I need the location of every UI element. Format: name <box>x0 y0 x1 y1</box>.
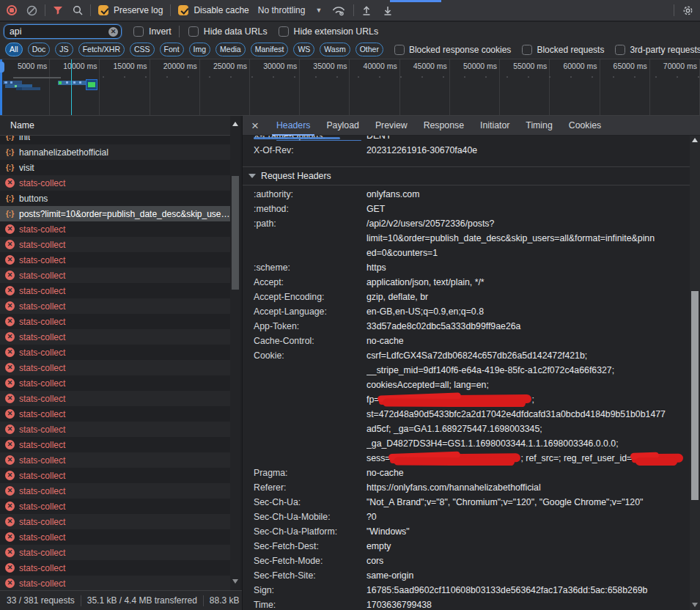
import-har-icon[interactable] <box>361 5 372 16</box>
disclosure-triangle-icon[interactable] <box>248 174 256 178</box>
clear-filter-icon[interactable]: ✕ <box>108 27 118 37</box>
request-row[interactable]: {:}hannahelizabethofficial <box>0 144 230 160</box>
hide-data-urls-checkbox[interactable] <box>188 26 199 37</box>
request-row[interactable]: ✕stats-collect <box>0 545 230 560</box>
hide-extension-urls-checkbox[interactable] <box>279 26 289 37</box>
hide-extension-urls-label[interactable]: Hide extension URLs <box>294 26 379 37</box>
blocked-requests-label[interactable]: Blocked requests <box>537 45 604 55</box>
filter-chip-fetch-xhr[interactable]: Fetch/XHR <box>78 43 125 56</box>
chevron-down-icon[interactable]: ▼ <box>315 7 322 14</box>
network-overview-timeline[interactable]: 5000 ms10000 ms15000 ms20000 ms25000 ms3… <box>0 59 700 116</box>
details-scrollbar[interactable] <box>690 136 700 610</box>
filter-input[interactable]: api ✕ <box>4 24 122 39</box>
name-column-header[interactable]: Name <box>0 116 230 136</box>
close-icon[interactable]: × <box>251 117 259 135</box>
scroll-up-icon[interactable] <box>692 138 698 142</box>
divider <box>90 4 91 16</box>
disable-cache-checkbox[interactable] <box>178 5 188 15</box>
header-row: Accept-Language:en-GB,en-US;q=0.9,en;q=0… <box>243 304 690 319</box>
request-row[interactable]: ✕stats-collect <box>0 499 230 514</box>
tab-preview[interactable]: Preview <box>367 116 416 136</box>
filter-chip-manifest[interactable]: Manifest <box>251 43 289 56</box>
error-icon: ✕ <box>5 532 15 542</box>
tab-cookies[interactable]: Cookies <box>561 116 609 136</box>
request-row[interactable]: ✕stats-collect <box>0 422 230 437</box>
third-party-label[interactable]: 3rd-party requests <box>630 45 700 55</box>
tab-timing[interactable]: Timing <box>517 116 560 136</box>
tab-payload[interactable]: Payload <box>318 116 366 136</box>
scrollbar-thumb[interactable] <box>691 291 699 500</box>
filter-chip-js[interactable]: JS <box>55 43 73 56</box>
settings-gear-icon[interactable] <box>682 4 694 17</box>
request-row[interactable]: ✕stats-collect <box>0 268 230 283</box>
request-row[interactable]: ✕stats-collect <box>0 237 230 252</box>
scroll-down-icon[interactable] <box>692 603 698 607</box>
record-icon[interactable] <box>7 5 17 15</box>
request-row[interactable]: ✕stats-collect <box>0 560 230 576</box>
request-list-scrollbar[interactable] <box>230 116 240 590</box>
blocked-cookies-checkbox[interactable] <box>394 45 405 55</box>
tab-headers[interactable]: Headers <box>268 116 318 136</box>
filter-icon[interactable] <box>53 6 63 15</box>
filter-chip-ws[interactable]: WS <box>293 43 314 56</box>
scrollbar-thumb[interactable] <box>232 176 239 290</box>
filter-chip-css[interactable]: CSS <box>130 43 155 56</box>
requests-panel: Name {:}init{:}hannahelizabethofficial{:… <box>0 116 242 610</box>
request-row[interactable]: {:}buttons <box>0 191 230 206</box>
filter-chip-media[interactable]: Media <box>215 43 246 56</box>
tab-response[interactable]: Response <box>416 116 472 136</box>
scroll-down-icon[interactable] <box>232 579 238 584</box>
request-row[interactable]: ✕stats-collect <box>0 298 230 314</box>
request-name: stats-collect <box>19 425 230 435</box>
request-row-selected[interactable]: {:}posts?limit=10&order=publish_date_des… <box>0 206 230 221</box>
filter-chip-other[interactable]: Other <box>355 43 383 56</box>
filter-chip-font[interactable]: Font <box>160 43 184 56</box>
request-row[interactable]: ✕stats-collect <box>0 483 230 499</box>
invert-checkbox[interactable] <box>133 26 144 37</box>
disable-cache-label[interactable]: Disable cache <box>194 5 248 15</box>
request-row[interactable]: ✕stats-collect <box>0 375 230 391</box>
hide-data-urls-label[interactable]: Hide data URLs <box>204 26 268 37</box>
search-icon[interactable] <box>73 5 83 15</box>
request-row[interactable]: {:}visit <box>0 160 230 175</box>
tab-initiator[interactable]: Initiator <box>472 116 517 136</box>
filter-chip-all[interactable]: All <box>5 43 23 56</box>
throttling-select[interactable]: No throttling <box>258 5 306 15</box>
blocked-requests-checkbox[interactable] <box>522 45 532 55</box>
request-row[interactable]: ✕stats-collect <box>0 252 230 268</box>
request-name: stats-collect <box>19 240 230 250</box>
request-row[interactable]: ✕stats-collect <box>0 452 230 468</box>
request-row[interactable]: ✕stats-collect <box>0 514 230 529</box>
request-row[interactable]: ✕stats-collect <box>0 391 230 406</box>
request-row[interactable]: ✕stats-collect <box>0 529 230 545</box>
request-row[interactable]: {:}init <box>0 136 230 144</box>
request-row[interactable]: ✕stats-collect <box>0 360 230 375</box>
filter-chip-img[interactable]: Img <box>189 43 211 56</box>
clear-icon[interactable] <box>26 5 37 16</box>
request-row[interactable]: ✕stats-collect <box>0 283 230 298</box>
request-row[interactable]: ✕stats-collect <box>0 329 230 345</box>
request-row[interactable]: ✕stats-collect <box>0 576 230 590</box>
request-row[interactable]: ✕stats-collect <box>0 345 230 360</box>
preserve-log-checkbox[interactable] <box>98 5 108 15</box>
request-row[interactable]: ✕stats-collect <box>0 468 230 483</box>
network-conditions-icon[interactable] <box>331 4 346 16</box>
request-row[interactable]: ✕stats-collect <box>0 437 230 452</box>
fetch-icon: {:} <box>5 194 15 202</box>
preserve-log-label[interactable]: Preserve log <box>114 5 163 15</box>
request-name: stats-collect <box>19 178 230 188</box>
request-row[interactable]: ✕stats-collect <box>0 314 230 329</box>
section-gap <box>243 158 690 167</box>
filter-chip-doc[interactable]: Doc <box>28 43 51 56</box>
overview-left-grip[interactable] <box>0 62 4 73</box>
blocked-cookies-label[interactable]: Blocked response cookies <box>409 45 511 55</box>
request-row[interactable]: ✕stats-collect <box>0 221 230 237</box>
filter-chip-wasm[interactable]: Wasm <box>320 43 350 56</box>
request-headers-section[interactable]: Request Headers <box>243 167 690 185</box>
scroll-up-icon[interactable] <box>232 122 238 126</box>
invert-label[interactable]: Invert <box>149 26 172 37</box>
request-row[interactable]: ✕stats-collect <box>0 406 230 422</box>
third-party-checkbox[interactable] <box>615 45 625 55</box>
request-row[interactable]: ✕stats-collect <box>0 175 230 191</box>
export-har-icon[interactable] <box>383 5 393 16</box>
